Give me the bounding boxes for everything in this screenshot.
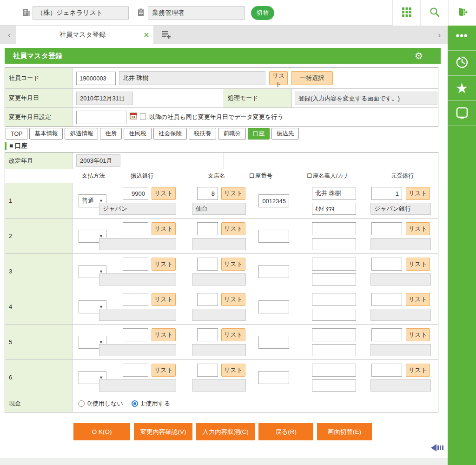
calendar-icon[interactable]: 31 <box>130 112 138 122</box>
role-input[interactable] <box>148 6 245 20</box>
switch-button[interactable]: 切替 <box>251 6 274 20</box>
receiving-bank-code-input[interactable] <box>371 222 402 235</box>
employee-name-field: 北井 珠樹 <box>119 71 265 85</box>
bank-code-input[interactable] <box>123 187 148 200</box>
account-holder-input[interactable] <box>312 258 356 271</box>
bank-list-button[interactable]: リスト <box>152 328 176 341</box>
receiving-bank-list-button[interactable]: リスト <box>406 187 430 200</box>
account-holder-kana-input[interactable] <box>312 238 356 250</box>
receiving-bank-list-button[interactable]: リスト <box>406 293 430 306</box>
bank-code-input[interactable] <box>123 328 148 341</box>
branch-code-input[interactable] <box>197 222 218 235</box>
memo-button[interactable] <box>448 101 476 126</box>
account-number-input[interactable] <box>258 194 289 207</box>
account-number-input[interactable] <box>258 371 289 384</box>
section-tab-strip: TOP 基本情報 処遇情報 住所 住民税 社会保険 税扶養 前職分 口座 振込先 <box>6 128 299 140</box>
confirm-changes-button[interactable]: 変更内容確認(V) <box>134 423 192 440</box>
history-button[interactable] <box>448 51 476 76</box>
branch-code-input[interactable] <box>197 187 218 200</box>
same-date-checkbox[interactable] <box>140 113 146 120</box>
apps-grid-icon <box>402 7 412 19</box>
branch-list-button[interactable]: リスト <box>221 258 245 271</box>
receiving-bank-list-button[interactable]: リスト <box>406 222 430 235</box>
tab-employee-master[interactable]: 社員マスタ登録 ✕ <box>16 26 153 44</box>
account-number-input[interactable] <box>258 336 289 349</box>
account-holder-kana-input[interactable] <box>312 309 356 321</box>
branch-code-input[interactable] <box>197 364 218 377</box>
branch-code-input[interactable] <box>197 328 218 341</box>
company-input[interactable] <box>33 6 129 20</box>
branch-code-input[interactable] <box>197 258 218 271</box>
account-holder-input[interactable] <box>312 222 356 235</box>
section-tab-previous-job[interactable]: 前職分 <box>218 128 246 140</box>
receiving-bank-list-button[interactable]: リスト <box>406 258 430 271</box>
section-tab-address[interactable]: 住所 <box>100 128 122 140</box>
account-holder-kana-input[interactable] <box>312 379 356 392</box>
account-table-header: 支払方法 振込銀行 支店名 口座番号 口座名義人/カナ 元受銀行 <box>5 169 438 183</box>
settings-gear-icon[interactable]: ⚙ <box>415 50 423 61</box>
bank-list-button[interactable]: リスト <box>152 258 176 271</box>
tab-scroll-left-button[interactable]: ‹ <box>2 26 16 44</box>
bank-code-input[interactable] <box>123 364 148 377</box>
receiving-bank-code-input[interactable] <box>371 293 402 306</box>
bank-code-input[interactable] <box>123 258 148 271</box>
receiving-bank-list-button[interactable]: リスト <box>406 328 430 341</box>
bank-list-button[interactable]: リスト <box>152 222 176 235</box>
account-holder-kana-input[interactable] <box>312 273 356 286</box>
tab-scroll-right-button[interactable]: › <box>432 26 446 44</box>
branch-code-input[interactable] <box>197 293 218 306</box>
account-number-input[interactable] <box>258 265 289 278</box>
change-date-setting-input[interactable] <box>76 111 126 124</box>
back-button[interactable]: 戻る(R) <box>258 423 313 440</box>
branch-list-button[interactable]: リスト <box>221 364 245 377</box>
cash-option-1-radio[interactable] <box>132 400 138 407</box>
branch-list-button[interactable]: リスト <box>221 222 245 235</box>
bank-list-button[interactable]: リスト <box>152 187 176 200</box>
section-tab-account[interactable]: 口座 <box>248 128 270 140</box>
bank-list-button[interactable]: リスト <box>152 293 176 306</box>
branch-list-button[interactable]: リスト <box>221 293 245 306</box>
section-tab-top[interactable]: TOP <box>6 128 27 140</box>
account-holder-input[interactable] <box>312 187 356 200</box>
receiving-bank-code-input[interactable] <box>371 364 402 377</box>
logout-button[interactable] <box>448 0 476 26</box>
branch-list-button[interactable]: リスト <box>221 328 245 341</box>
section-tab-transfer-dest[interactable]: 振込先 <box>271 128 299 140</box>
bank-code-input[interactable] <box>123 293 148 306</box>
new-tab-button[interactable] <box>157 26 176 44</box>
account-holder-input[interactable] <box>312 328 356 341</box>
account-number-input[interactable] <box>258 300 289 313</box>
receiving-bank-code-input[interactable] <box>371 328 402 341</box>
section-tab-social-insurance[interactable]: 社会保険 <box>153 128 187 140</box>
receiving-bank-code-input[interactable] <box>371 187 402 200</box>
cash-option-0-radio[interactable] <box>78 400 85 407</box>
section-tab-treatment-info[interactable]: 処遇情報 <box>65 128 98 140</box>
account-row-number: 2 <box>5 219 73 253</box>
account-holder-input[interactable] <box>312 364 356 377</box>
cancel-input-button[interactable]: 入力内容取消(C) <box>196 423 255 440</box>
tab-close-icon[interactable]: ✕ <box>139 31 153 40</box>
more-options-button[interactable]: ••• <box>448 26 476 51</box>
employee-list-button[interactable]: リスト <box>269 71 288 85</box>
receiving-bank-code-input[interactable] <box>371 258 402 271</box>
employee-code-input[interactable] <box>76 72 116 85</box>
account-holder-kana-input[interactable] <box>312 344 356 356</box>
favorites-button[interactable]: ★ <box>448 76 476 101</box>
bulk-select-button[interactable]: 一括選択 <box>291 71 333 85</box>
branch-list-button[interactable]: リスト <box>221 187 245 200</box>
section-tab-tax-dependents[interactable]: 税扶養 <box>189 128 217 140</box>
bank-list-button[interactable]: リスト <box>152 364 176 377</box>
ok-button[interactable]: O K(O) <box>73 423 130 440</box>
account-section-title: ■ 口座 <box>9 142 27 150</box>
section-tab-basic-info[interactable]: 基本情報 <box>29 128 63 140</box>
switch-screen-button[interactable]: 画面切替(E) <box>317 423 372 440</box>
receiving-bank-list-button[interactable]: リスト <box>406 364 430 377</box>
account-number-input[interactable] <box>258 230 289 243</box>
account-holder-kana-input[interactable] <box>312 203 356 215</box>
collapse-panel-arrow-icon[interactable] <box>430 443 445 454</box>
search-button[interactable] <box>420 0 448 26</box>
bank-code-input[interactable] <box>123 222 148 235</box>
apps-menu-button[interactable] <box>392 0 420 26</box>
section-tab-resident-tax[interactable]: 住民税 <box>124 128 152 140</box>
account-holder-input[interactable] <box>312 293 356 306</box>
